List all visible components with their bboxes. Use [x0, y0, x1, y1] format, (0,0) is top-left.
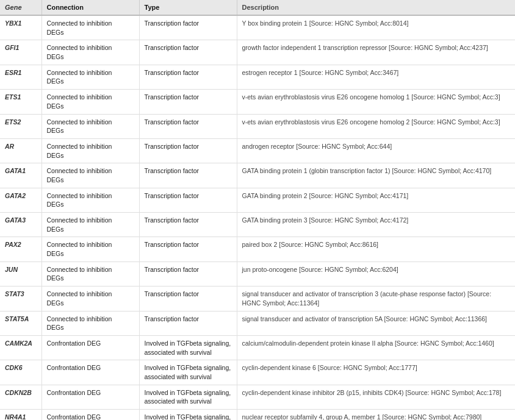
cell-connection: Connected to inhibitionDEGs: [41, 114, 139, 138]
cell-type: Transcription factor: [139, 90, 237, 114]
cell-connection: Connected to inhibitionDEGs: [41, 90, 139, 114]
cell-description: signal transducer and activator of trans…: [237, 311, 515, 335]
cell-description: v-ets avian erythroblastosis virus E26 o…: [237, 90, 515, 114]
cell-type: Transcription factor: [139, 262, 237, 286]
cell-gene: STAT3: [0, 287, 41, 311]
table-header-row: Gene Connection Type Description: [0, 0, 515, 15]
cell-description: calcium/calmodulin-dependent protein kin…: [237, 335, 515, 360]
cell-description: androgen receptor [Source: HGNC Symbol; …: [237, 138, 515, 163]
table-row: ARConnected to inhibitionDEGsTranscripti…: [0, 138, 515, 163]
cell-connection: Confrontation DEG: [41, 385, 139, 409]
col-header-type: Type: [139, 0, 237, 15]
cell-connection: Confrontation DEG: [41, 360, 139, 385]
table-row: STAT3Connected to inhibitionDEGsTranscri…: [0, 287, 515, 311]
cell-type: Transcription factor: [139, 114, 237, 138]
table-row: ETS2Connected to inhibitionDEGsTranscrip…: [0, 114, 515, 138]
cell-type: Transcription factor: [139, 311, 237, 335]
table-row: STAT5AConnected to inhibitionDEGsTranscr…: [0, 311, 515, 335]
cell-description: growth factor independent 1 transcriptio…: [237, 40, 515, 65]
cell-connection: Connected to inhibitionDEGs: [41, 213, 139, 237]
table-row: CDK6Confrontation DEGInvolved in TGFbeta…: [0, 360, 515, 385]
cell-description: GATA binding protein 1 (globin transcrip…: [237, 163, 515, 188]
col-header-description: Description: [237, 0, 515, 15]
cell-type: Transcription factor: [139, 138, 237, 163]
cell-gene: GFI1: [0, 40, 41, 65]
cell-description: GATA binding protein 3 [Source: HGNC Sym…: [237, 213, 515, 237]
cell-connection: Connected to inhibitionDEGs: [41, 138, 139, 163]
cell-connection: Connected to inhibitionDEGs: [41, 188, 139, 212]
cell-gene: CDKN2B: [0, 385, 41, 409]
cell-description: signal transducer and activator of trans…: [237, 287, 515, 311]
cell-type: Transcription factor: [139, 40, 237, 65]
cell-connection: Connected to inhibitionDEGs: [41, 163, 139, 188]
cell-description: estrogen receptor 1 [Source: HGNC Symbol…: [237, 65, 515, 89]
cell-gene: CAMK2A: [0, 335, 41, 360]
cell-gene: GATA3: [0, 213, 41, 237]
col-header-connection: Connection: [41, 0, 139, 15]
table-row: ETS1Connected to inhibitionDEGsTranscrip…: [0, 90, 515, 114]
cell-type: Involved in TGFbeta signaling, associate…: [139, 385, 237, 409]
table-row: GATA2Connected to inhibitionDEGsTranscri…: [0, 188, 515, 212]
table-row: CDKN2BConfrontation DEGInvolved in TGFbe…: [0, 385, 515, 409]
main-table: Gene Connection Type Description YBX1Con…: [0, 0, 515, 420]
cell-gene: CDK6: [0, 360, 41, 385]
cell-gene: NR4A1: [0, 410, 41, 421]
table-row: NR4A1Confrontation DEGInvolved in TGFbet…: [0, 410, 515, 421]
cell-description: cyclin-dependent kinase 6 [Source: HGNC …: [237, 360, 515, 385]
cell-type: Transcription factor: [139, 213, 237, 237]
cell-type: Involved in TGFbeta signaling, associate…: [139, 335, 237, 360]
col-header-gene: Gene: [0, 0, 41, 15]
cell-type: Involved in TGFbeta signaling, associate…: [139, 410, 237, 421]
cell-connection: Connected to inhibitionDEGs: [41, 311, 139, 335]
cell-description: paired box 2 [Source: HGNC Symbol; Acc:8…: [237, 237, 515, 262]
cell-type: Transcription factor: [139, 15, 237, 40]
table-row: JUNConnected to inhibitionDEGsTranscript…: [0, 262, 515, 286]
cell-description: v-ets avian erythroblastosis virus E26 o…: [237, 114, 515, 138]
cell-description: Y box binding protein 1 [Source: HGNC Sy…: [237, 15, 515, 40]
cell-connection: Connected to inhibitionDEGs: [41, 237, 139, 262]
table-row: CAMK2AConfrontation DEGInvolved in TGFbe…: [0, 335, 515, 360]
cell-gene: ESR1: [0, 65, 41, 89]
cell-connection: Confrontation DEG: [41, 410, 139, 421]
cell-gene: YBX1: [0, 15, 41, 40]
cell-type: Involved in TGFbeta signaling, associate…: [139, 360, 237, 385]
cell-connection: Connected to inhibitionDEGs: [41, 65, 139, 89]
cell-gene: ETS1: [0, 90, 41, 114]
table-row: GATA1Connected to inhibitionDEGsTranscri…: [0, 163, 515, 188]
table-row: GFI1Connected to inhibitionDEGsTranscrip…: [0, 40, 515, 65]
table-row: ESR1Connected to inhibitionDEGsTranscrip…: [0, 65, 515, 89]
cell-gene: GATA1: [0, 163, 41, 188]
cell-description: GATA binding protein 2 [Source: HGNC Sym…: [237, 188, 515, 212]
cell-connection: Connected to inhibitionDEGs: [41, 15, 139, 40]
cell-gene: PAX2: [0, 237, 41, 262]
cell-connection: Connected to inhibitionDEGs: [41, 262, 139, 286]
cell-gene: JUN: [0, 262, 41, 286]
cell-gene: AR: [0, 138, 41, 163]
cell-gene: STAT5A: [0, 311, 41, 335]
cell-connection: Confrontation DEG: [41, 335, 139, 360]
cell-type: Transcription factor: [139, 65, 237, 89]
table-row: GATA3Connected to inhibitionDEGsTranscri…: [0, 213, 515, 237]
cell-type: Transcription factor: [139, 163, 237, 188]
table-row: YBX1Connected to inhibitionDEGsTranscrip…: [0, 15, 515, 40]
cell-gene: GATA2: [0, 188, 41, 212]
cell-type: Transcription factor: [139, 237, 237, 262]
cell-type: Transcription factor: [139, 188, 237, 212]
cell-gene: ETS2: [0, 114, 41, 138]
cell-connection: Connected to inhibitionDEGs: [41, 40, 139, 65]
cell-description: cyclin-dependent kinase inhibitor 2B (p1…: [237, 385, 515, 409]
cell-description: nuclear receptor subfamily 4, group A, m…: [237, 410, 515, 421]
cell-type: Transcription factor: [139, 287, 237, 311]
table-row: PAX2Connected to inhibitionDEGsTranscrip…: [0, 237, 515, 262]
cell-connection: Connected to inhibitionDEGs: [41, 287, 139, 311]
cell-description: jun proto-oncogene [Source: HGNC Symbol;…: [237, 262, 515, 286]
